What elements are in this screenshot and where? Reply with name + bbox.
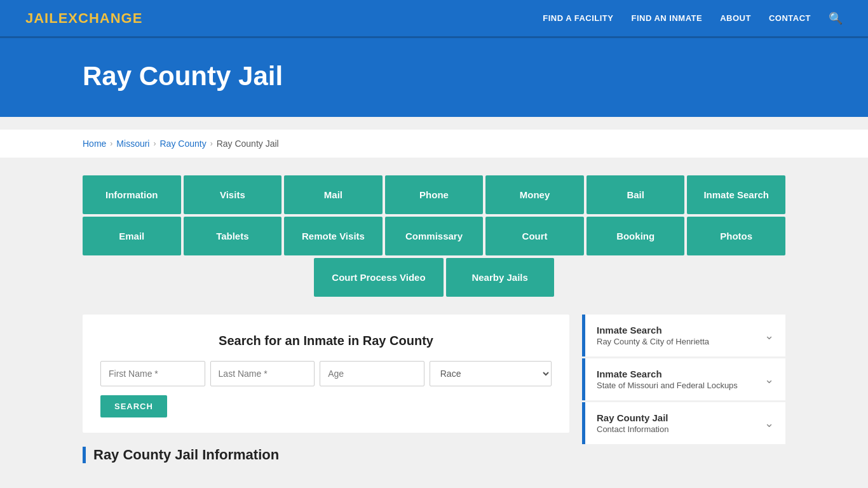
btn-tablets[interactable]: Tablets: [184, 217, 282, 255]
about-link[interactable]: ABOUT: [720, 13, 751, 23]
sidebar-item-title-2: Inmate Search: [597, 369, 738, 379]
sidebar-item-subtitle-3: Contact Information: [597, 424, 668, 434]
search-title: Search for an Inmate in Ray County: [100, 334, 552, 348]
breadcrumb-missouri[interactable]: Missouri: [116, 139, 149, 149]
chevron-icon-1: ⌄: [764, 329, 774, 342]
breadcrumb-home[interactable]: Home: [83, 139, 106, 149]
contact-link[interactable]: CONTACT: [769, 13, 811, 23]
last-name-input[interactable]: [210, 361, 315, 386]
search-button[interactable]: SEARCH: [100, 395, 167, 417]
breadcrumb-ray-county[interactable]: Ray County: [159, 139, 206, 149]
logo-jail: JAIL: [25, 10, 58, 26]
btn-money[interactable]: Money: [485, 175, 584, 214]
btn-email[interactable]: Email: [83, 217, 181, 255]
logo-exchange: EXCHANGE: [58, 10, 143, 26]
sidebar-inmate-search-missouri[interactable]: Inmate Search State of Missouri and Fede…: [582, 358, 785, 400]
chevron-icon-3: ⌄: [764, 416, 774, 430]
sidebar: Inmate Search Ray County & City of Henri…: [582, 315, 785, 446]
sidebar-item-text-1: Inmate Search Ray County & City of Henri…: [597, 325, 709, 346]
btn-inmate-search[interactable]: Inmate Search: [687, 175, 785, 214]
breadcrumb-sep-2: ›: [153, 139, 156, 148]
info-title: Ray County Jail Information: [83, 447, 569, 463]
btn-court[interactable]: Court: [485, 217, 584, 255]
nav-buttons-row3: Court Process Video Nearby Jails: [83, 258, 785, 297]
btn-phone[interactable]: Phone: [385, 175, 484, 214]
breadcrumb-sep-1: ›: [110, 139, 112, 148]
nav-buttons-row1: Information Visits Mail Phone Money Bail…: [83, 175, 785, 214]
nav-buttons-row2: Email Tablets Remote Visits Commissary C…: [83, 217, 785, 255]
sidebar-item-title-1: Inmate Search: [597, 325, 709, 336]
find-inmate-link[interactable]: FIND AN INMATE: [631, 13, 702, 23]
search-icon-button[interactable]: 🔍: [829, 11, 843, 25]
site-logo[interactable]: JAILEXCHANGE: [25, 10, 142, 27]
lower-section: Search for an Inmate in Ray County Race …: [83, 315, 785, 463]
btn-mail[interactable]: Mail: [284, 175, 383, 214]
sidebar-item-title-3: Ray County Jail: [597, 412, 668, 423]
sidebar-item-text-3: Ray County Jail Contact Information: [597, 412, 668, 434]
find-facility-link[interactable]: FIND A FACILITY: [543, 13, 613, 23]
btn-visits[interactable]: Visits: [184, 175, 282, 214]
sidebar-item-subtitle-1: Ray County & City of Henrietta: [597, 337, 709, 346]
btn-remote-visits[interactable]: Remote Visits: [284, 217, 383, 255]
btn-commissary[interactable]: Commissary: [385, 217, 484, 255]
breadcrumb-sep-3: ›: [210, 139, 213, 148]
btn-information[interactable]: Information: [83, 175, 181, 214]
first-name-input[interactable]: [100, 361, 205, 386]
btn-nearby-jails[interactable]: Nearby Jails: [446, 258, 554, 297]
sidebar-item-subtitle-2: State of Missouri and Federal Lockups: [597, 381, 738, 390]
navbar: JAILEXCHANGE FIND A FACILITY FIND AN INM…: [0, 0, 868, 38]
age-input[interactable]: [320, 361, 424, 386]
sidebar-item-text-2: Inmate Search State of Missouri and Fede…: [597, 369, 738, 390]
search-panel: Search for an Inmate in Ray County Race …: [83, 315, 569, 433]
sidebar-contact-info[interactable]: Ray County Jail Contact Information ⌄: [582, 402, 785, 444]
btn-bail[interactable]: Bail: [587, 175, 685, 214]
page-body: Home › Missouri › Ray County › Ray Count…: [0, 117, 868, 488]
sidebar-inmate-search-ray[interactable]: Inmate Search Ray County & City of Henri…: [582, 315, 785, 356]
nav-links: FIND A FACILITY FIND AN INMATE ABOUT CON…: [543, 11, 843, 25]
info-bottom: Ray County Jail Information: [83, 447, 569, 463]
breadcrumb-current: Ray County Jail: [217, 139, 279, 149]
chevron-icon-2: ⌄: [764, 372, 774, 386]
btn-photos[interactable]: Photos: [687, 217, 785, 255]
breadcrumb: Home › Missouri › Ray County › Ray Count…: [0, 130, 868, 158]
search-fields: Race White Black Hispanic Asian Native A…: [100, 361, 552, 386]
page-title: Ray County Jail: [83, 61, 785, 92]
race-select[interactable]: Race White Black Hispanic Asian Native A…: [430, 361, 552, 386]
hero-banner: Ray County Jail: [0, 38, 868, 117]
btn-court-process-video[interactable]: Court Process Video: [314, 258, 443, 297]
btn-booking[interactable]: Booking: [587, 217, 685, 255]
